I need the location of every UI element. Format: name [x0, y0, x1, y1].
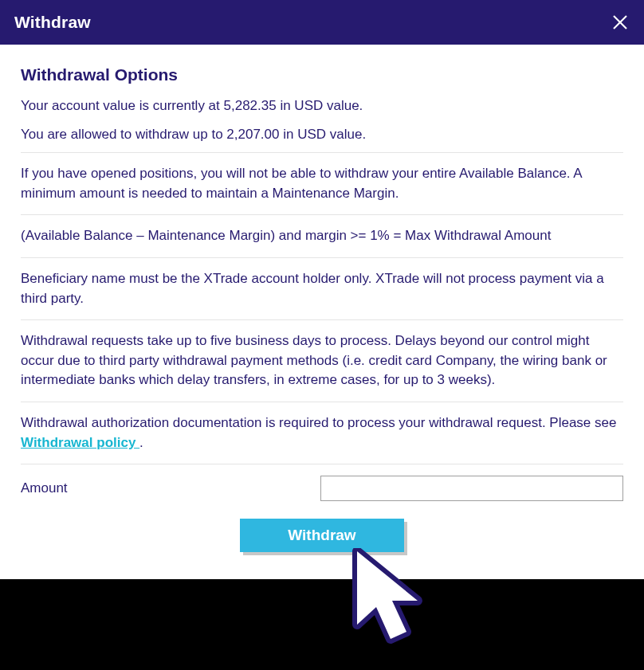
- authorization-text-pre: Withdrawal authorization documentation i…: [21, 415, 616, 430]
- authorization-paragraph: Withdrawal authorization documentation i…: [21, 402, 623, 464]
- allowed-withdraw-line: You are allowed to withdraw up to 2,207.…: [21, 124, 623, 145]
- close-icon[interactable]: [611, 13, 630, 32]
- formula-paragraph: (Available Balance – Maintenance Margin)…: [21, 214, 623, 257]
- amount-input[interactable]: [320, 476, 623, 501]
- modal-title: Withdraw: [14, 13, 91, 32]
- processing-paragraph: Withdrawal requests take up to five busi…: [21, 319, 623, 402]
- authorization-text-post: .: [139, 435, 143, 450]
- account-value-line: Your account value is currently at 5,282…: [21, 96, 623, 116]
- button-row: Withdraw: [21, 519, 623, 552]
- beneficiary-paragraph: Beneficiary name must be the XTrade acco…: [21, 257, 623, 319]
- withdrawal-policy-link[interactable]: Withdrawal policy: [21, 435, 139, 450]
- withdraw-modal: Withdraw Withdrawal Options Your account…: [0, 0, 644, 579]
- amount-row: Amount: [21, 464, 623, 501]
- positions-paragraph: If you have opened positions, you will n…: [21, 152, 623, 214]
- modal-body: Withdrawal Options Your account value is…: [0, 45, 644, 579]
- modal-header: Withdraw: [0, 0, 644, 45]
- section-title: Withdrawal Options: [21, 65, 623, 84]
- withdraw-button[interactable]: Withdraw: [240, 519, 403, 552]
- amount-label: Amount: [21, 480, 68, 496]
